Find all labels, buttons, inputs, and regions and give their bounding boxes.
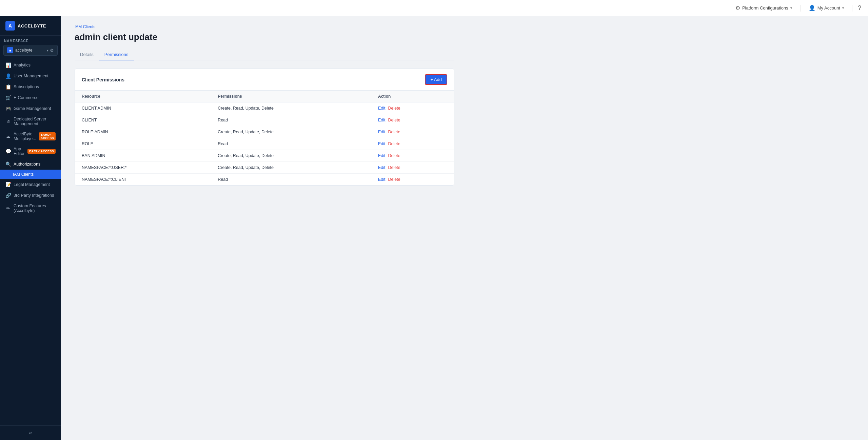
cell-action: Edit Delete bbox=[371, 162, 454, 174]
cell-permissions: Read bbox=[211, 114, 371, 126]
cell-resource: NAMESPACE:*:USER:* bbox=[75, 162, 211, 174]
tab-permissions[interactable]: Permissions bbox=[99, 49, 134, 60]
sidebar-subitem-iam-clients[interactable]: IAM Clients bbox=[0, 170, 61, 179]
namespace-name: accelbyte bbox=[15, 48, 33, 53]
help-button[interactable]: ? bbox=[858, 4, 861, 12]
cell-action: Edit Delete bbox=[371, 174, 454, 186]
cell-permissions: Create, Read, Update, Delete bbox=[211, 162, 371, 174]
table-row: CLIENT Read Edit Delete bbox=[75, 114, 454, 126]
delete-link[interactable]: Delete bbox=[388, 106, 400, 111]
sidebar-item-custom-features[interactable]: ✏ Custom Features (Accelbyte) bbox=[0, 201, 61, 216]
sidebar-item-analytics-label: Analytics bbox=[14, 63, 56, 68]
platform-config-label: Platform Configurations bbox=[742, 5, 788, 11]
edit-link[interactable]: Edit bbox=[378, 141, 386, 146]
delete-link[interactable]: Delete bbox=[388, 130, 400, 134]
edit-link[interactable]: Edit bbox=[378, 165, 386, 170]
sidebar-item-custom-features-label: Custom Features (Accelbyte) bbox=[14, 204, 56, 213]
my-account-label: My Account bbox=[817, 5, 840, 11]
third-party-icon: 🔗 bbox=[5, 193, 11, 198]
platform-config-chevron: ▾ bbox=[790, 6, 792, 10]
tab-details[interactable]: Details bbox=[75, 49, 99, 60]
sidebar-item-third-party[interactable]: 🔗 3rd Party Integrations bbox=[0, 190, 61, 201]
col-permissions: Permissions bbox=[211, 91, 371, 102]
cell-resource: BAN:ADMIN bbox=[75, 150, 211, 162]
gear-icon: ⚙ bbox=[735, 5, 740, 11]
client-permissions-card: Client Permissions + Add Resource Permis… bbox=[75, 69, 454, 186]
delete-link[interactable]: Delete bbox=[388, 118, 400, 122]
sidebar-item-app-editor[interactable]: 💬 App Editor Early Access bbox=[0, 144, 61, 159]
sidebar-item-third-party-label: 3rd Party Integrations bbox=[14, 193, 56, 198]
my-account-chevron: ▾ bbox=[842, 6, 844, 10]
cell-resource: CLIENT:ADMIN bbox=[75, 102, 211, 114]
sidebar-item-analytics[interactable]: 📊 Analytics bbox=[0, 60, 61, 71]
sidebar-item-subscriptions[interactable]: 📋 Subscriptions bbox=[0, 81, 61, 92]
delete-link[interactable]: Delete bbox=[388, 153, 400, 158]
cell-permissions: Read bbox=[211, 138, 371, 150]
content-area: IAM Clients admin client update Details … bbox=[61, 16, 868, 440]
table-row: NAMESPACE:*:USER:* Create, Read, Update,… bbox=[75, 162, 454, 174]
sidebar-item-authorizations[interactable]: 🔍 Authorizations bbox=[0, 159, 61, 170]
table-header-row: Resource Permissions Action bbox=[75, 91, 454, 102]
cell-action: Edit Delete bbox=[371, 150, 454, 162]
accelbyte-multiplayer-icon: ☁ bbox=[5, 134, 11, 139]
sidebar-item-ecommerce[interactable]: 🛒 E-Commerce bbox=[0, 92, 61, 103]
sidebar-item-legal-management[interactable]: 📝 Legal Management bbox=[0, 179, 61, 190]
sidebar-collapse-button[interactable]: « bbox=[0, 425, 61, 440]
table-row: CLIENT:ADMIN Create, Read, Update, Delet… bbox=[75, 102, 454, 114]
sidebar-item-accelbyte-multiplayer[interactable]: ☁ AccelByte Multiplaye... Early Access bbox=[0, 129, 61, 144]
my-account-button[interactable]: 👤 My Account ▾ bbox=[806, 3, 847, 13]
add-button[interactable]: + Add bbox=[425, 74, 447, 85]
cell-action: Edit Delete bbox=[371, 126, 454, 138]
namespace-settings-icon[interactable]: ⚙ bbox=[50, 48, 54, 53]
edit-link[interactable]: Edit bbox=[378, 130, 386, 134]
sidebar-item-game-management-label: Game Management bbox=[14, 106, 56, 111]
cell-permissions: Create, Read, Update, Delete bbox=[211, 150, 371, 162]
sidebar-item-app-editor-label: App Editor bbox=[14, 147, 25, 156]
sidebar-item-dedicated-server[interactable]: 🖥 Dedicated Server Management bbox=[0, 114, 61, 129]
namespace-selector[interactable]: ■ accelbyte ▾ ⚙ bbox=[3, 45, 58, 56]
dedicated-server-icon: 🖥 bbox=[5, 119, 11, 124]
page-tabs: Details Permissions bbox=[75, 49, 454, 60]
breadcrumb[interactable]: IAM Clients bbox=[75, 24, 454, 29]
namespace-label: NAMESPACE bbox=[0, 36, 61, 45]
table-row: ROLE:ADMIN Create, Read, Update, Delete … bbox=[75, 126, 454, 138]
permissions-table: Resource Permissions Action CLIENT:ADMIN… bbox=[75, 91, 454, 185]
delete-link[interactable]: Delete bbox=[388, 165, 400, 170]
namespace-icon: ■ bbox=[7, 47, 13, 53]
content-inner: IAM Clients admin client update Details … bbox=[61, 16, 468, 194]
logo-text: ACCELBYTE bbox=[18, 23, 46, 28]
table-row: NAMESPACE:*:CLIENT Read Edit Delete bbox=[75, 174, 454, 186]
edit-link[interactable]: Edit bbox=[378, 177, 386, 182]
collapse-icon: « bbox=[29, 430, 32, 436]
sidebar-subitem-iam-clients-label: IAM Clients bbox=[13, 172, 34, 177]
edit-link[interactable]: Edit bbox=[378, 153, 386, 158]
topbar-divider bbox=[800, 5, 801, 12]
platform-config-button[interactable]: ⚙ Platform Configurations ▾ bbox=[733, 3, 795, 13]
sidebar-item-game-management[interactable]: 🎮 Game Management bbox=[0, 103, 61, 114]
namespace-chevron[interactable]: ▾ bbox=[47, 49, 48, 52]
ecommerce-icon: 🛒 bbox=[5, 95, 11, 100]
table-row: BAN:ADMIN Create, Read, Update, Delete E… bbox=[75, 150, 454, 162]
user-icon: 👤 bbox=[809, 5, 815, 11]
topbar: ⚙ Platform Configurations ▾ 👤 My Account… bbox=[0, 0, 868, 16]
sidebar-item-user-management[interactable]: 👤 User Management bbox=[0, 71, 61, 81]
page-title: admin client update bbox=[75, 32, 454, 42]
sidebar-logo: A ACCELBYTE bbox=[0, 16, 61, 36]
delete-link[interactable]: Delete bbox=[388, 141, 400, 146]
delete-link[interactable]: Delete bbox=[388, 177, 400, 182]
logo-icon: A bbox=[5, 21, 15, 31]
cell-permissions: Read bbox=[211, 174, 371, 186]
edit-link[interactable]: Edit bbox=[378, 106, 386, 111]
sidebar-item-legal-management-label: Legal Management bbox=[14, 182, 56, 187]
custom-features-icon: ✏ bbox=[5, 206, 11, 211]
table-row: ROLE Read Edit Delete bbox=[75, 138, 454, 150]
namespace-selector-left: ■ accelbyte bbox=[7, 47, 33, 53]
edit-link[interactable]: Edit bbox=[378, 118, 386, 122]
sidebar-item-subscriptions-label: Subscriptions bbox=[14, 84, 56, 89]
user-management-icon: 👤 bbox=[5, 73, 11, 79]
subscriptions-icon: 📋 bbox=[5, 84, 11, 90]
topbar-divider-2 bbox=[852, 5, 852, 12]
card-header: Client Permissions + Add bbox=[75, 69, 454, 91]
cell-resource: NAMESPACE:*:CLIENT bbox=[75, 174, 211, 186]
namespace-actions: ▾ ⚙ bbox=[47, 48, 54, 53]
